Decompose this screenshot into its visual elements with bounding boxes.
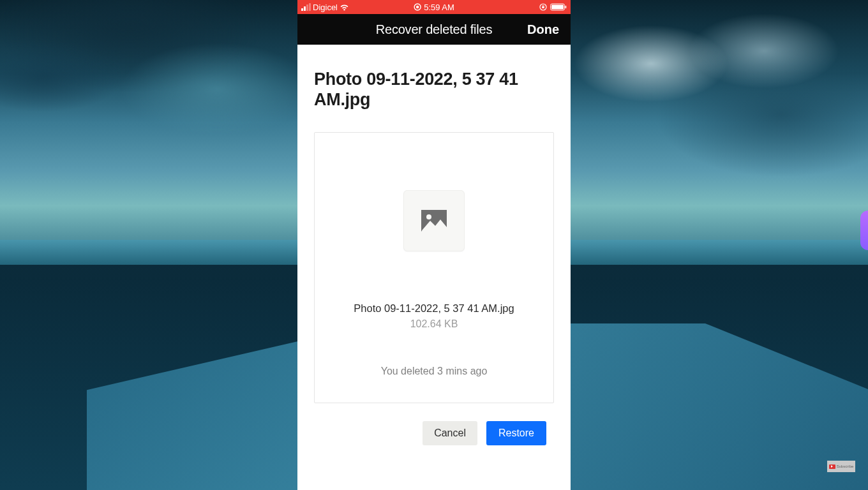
- status-right: [539, 3, 567, 11]
- status-left: Digicel: [301, 3, 349, 12]
- svg-rect-5: [551, 5, 564, 10]
- cancel-button[interactable]: Cancel: [423, 421, 477, 445]
- restore-button[interactable]: Restore: [486, 421, 546, 445]
- nav-bar: Recover deleted files Done: [297, 14, 571, 45]
- content-area: Photo 09-11-2022, 5 37 41 AM.jpg Photo 0…: [297, 45, 571, 490]
- page-title: Recover deleted files: [376, 22, 493, 37]
- file-title: Photo 09-11-2022, 5 37 41 AM.jpg: [314, 69, 554, 110]
- youtube-icon: [829, 464, 835, 469]
- svg-rect-3: [542, 6, 544, 8]
- svg-rect-6: [565, 6, 567, 8]
- wifi-icon: [340, 4, 349, 11]
- preview-card: Photo 09-11-2022, 5 37 41 AM.jpg 102.64 …: [314, 132, 554, 403]
- side-pill-icon: [860, 211, 868, 250]
- record-icon: [414, 3, 421, 11]
- deleted-time-label: You deleted 3 mins ago: [381, 366, 488, 377]
- subscribe-badge[interactable]: Subscribe: [827, 461, 855, 472]
- image-placeholder-icon: [421, 210, 447, 232]
- phone-frame: Digicel 5:59 AM: [297, 0, 571, 490]
- svg-point-1: [416, 6, 419, 8]
- signal-icon: [301, 4, 311, 11]
- status-bar: Digicel 5:59 AM: [297, 0, 571, 14]
- orientation-lock-icon: [539, 3, 547, 11]
- subscribe-label: Subscribe: [837, 464, 854, 468]
- battery-icon: [550, 3, 567, 11]
- preview-filename: Photo 09-11-2022, 5 37 41 AM.jpg: [354, 302, 514, 315]
- done-button[interactable]: Done: [527, 22, 559, 37]
- clock-label: 5:59 AM: [424, 3, 454, 12]
- carrier-label: Digicel: [313, 3, 338, 12]
- status-center: 5:59 AM: [414, 3, 454, 12]
- svg-point-8: [426, 214, 431, 219]
- preview-filesize: 102.64 KB: [410, 318, 458, 330]
- file-thumbnail: [403, 190, 465, 251]
- action-row: Cancel Restore: [314, 421, 554, 445]
